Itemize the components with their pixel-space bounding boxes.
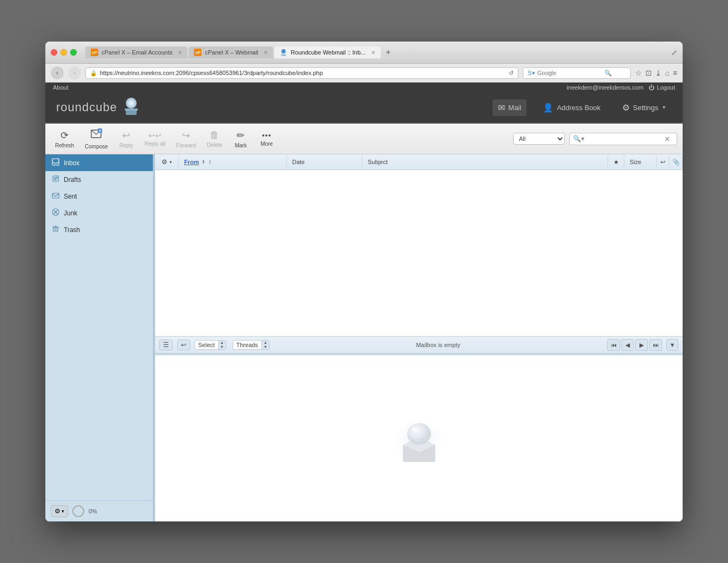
- nav-mail[interactable]: ✉ Mail: [493, 99, 527, 116]
- list-view-button[interactable]: ☰: [159, 340, 173, 350]
- last-page-button[interactable]: ⏭: [649, 339, 662, 351]
- refresh-button[interactable]: ⟳ Refresh: [51, 127, 78, 151]
- nav-mail-label: Mail: [508, 104, 521, 112]
- svg-line-8: [91, 130, 96, 134]
- browser-tab-1[interactable]: cP cPanel X – Email Accounts ✕: [85, 46, 187, 58]
- sidebar-gear-button[interactable]: ⚙ ▾: [51, 505, 68, 517]
- reply-all-icon: ↩↩: [149, 131, 161, 140]
- sidebar-item-trash[interactable]: Trash: [45, 221, 153, 238]
- reader-icon[interactable]: ⊡: [645, 69, 652, 77]
- column-star[interactable]: ★: [608, 155, 624, 169]
- user-email: ineekdem@ineekdemos.com: [567, 84, 643, 91]
- mark-icon: ✏: [237, 130, 245, 141]
- bookmark-icon[interactable]: ☆: [635, 69, 642, 77]
- tab-close-3[interactable]: ✕: [371, 50, 375, 56]
- expand-icon: ▼: [670, 342, 676, 348]
- forward-button[interactable]: ›: [68, 66, 81, 79]
- thread-view-button[interactable]: ↩: [177, 340, 190, 350]
- list-header: ⚙ ▾ From ⬆ ⇕ Date Subject ★ Si: [155, 154, 683, 170]
- mark-button[interactable]: ✏ Mark: [229, 127, 253, 151]
- email-list: [155, 170, 683, 336]
- prev-page-button[interactable]: ◀: [621, 339, 634, 351]
- nav-settings[interactable]: ⚙ Settings ▼: [617, 99, 672, 116]
- home-icon[interactable]: ⌂: [665, 69, 669, 77]
- svg-point-4: [129, 101, 133, 105]
- threads-arrows[interactable]: ▲ ▼: [262, 341, 269, 349]
- browser-search-box[interactable]: S▾ 🔍: [523, 67, 631, 79]
- new-tab-button[interactable]: +: [382, 46, 395, 59]
- column-attach[interactable]: 📎: [670, 155, 683, 169]
- column-flag[interactable]: ↩: [657, 155, 670, 169]
- menu-icon[interactable]: ≡: [673, 69, 677, 77]
- column-dropdown-icon: ▾: [170, 160, 172, 165]
- settings-arrow-icon: ▼: [662, 105, 666, 110]
- next-page-button[interactable]: ▶: [635, 339, 648, 351]
- email-search-input[interactable]: [587, 135, 662, 142]
- delete-button[interactable]: 🗑 Delete: [203, 127, 227, 150]
- url-input[interactable]: 🔒 https://neutrino.ineekns.com:2096/cpse…: [85, 67, 518, 79]
- search-toolbar[interactable]: 🔍▾ ✕: [569, 133, 677, 145]
- select-dropdown[interactable]: Select ▲ ▼: [194, 340, 226, 350]
- drafts-label: Drafts: [64, 176, 81, 184]
- sidebar-item-junk[interactable]: Junk: [45, 205, 153, 221]
- sidebar-item-sent[interactable]: Sent: [45, 188, 153, 205]
- filter-select[interactable]: AllUnreadFlaggedUnanswered: [513, 133, 565, 145]
- column-from[interactable]: From ⬆ ⇕: [179, 155, 287, 169]
- tab-close-1[interactable]: ✕: [178, 50, 182, 56]
- compose-button[interactable]: Compose: [80, 126, 112, 152]
- sent-icon: [52, 192, 59, 201]
- column-subject[interactable]: Subject: [362, 155, 608, 169]
- browser-search-input[interactable]: [537, 70, 602, 76]
- more-button[interactable]: ••• More: [255, 129, 279, 149]
- reply-all-button[interactable]: ↩↩ Reply all: [140, 129, 170, 149]
- sidebar: Inbox Drafts: [45, 154, 153, 521]
- forward-button[interactable]: ↪ Forward: [172, 127, 200, 151]
- svg-point-0: [281, 49, 286, 53]
- tab-close-2[interactable]: ✕: [264, 50, 268, 56]
- restore-icon[interactable]: ⤢: [671, 49, 677, 57]
- next-page-icon: ▶: [639, 342, 644, 349]
- preview-pane: [155, 355, 683, 521]
- forward-icon: ↪: [182, 130, 190, 141]
- threads-label: Threads: [233, 341, 262, 349]
- url-icons: ☆ ⊡ ⤓ ⌂ ≡: [635, 69, 677, 77]
- expand-button[interactable]: ▼: [666, 339, 678, 351]
- pagination: ⏮ ◀ ▶ ⏭: [607, 339, 662, 351]
- nav-address-book-label: Address Book: [557, 104, 601, 112]
- column-size[interactable]: Size: [624, 155, 657, 169]
- from-sort-arrows: ⇕: [208, 159, 212, 165]
- delete-icon: 🗑: [210, 130, 219, 141]
- column-settings[interactable]: ⚙ ▾: [155, 154, 179, 169]
- back-button[interactable]: ‹: [51, 66, 64, 79]
- sidebar-item-drafts[interactable]: Drafts: [45, 171, 153, 188]
- reply-button[interactable]: ↩ Reply: [114, 127, 138, 151]
- logo: roundcube: [56, 98, 141, 117]
- title-bar: cP cPanel X – Email Accounts ✕ cP cPanel…: [45, 42, 683, 64]
- browser-tab-2[interactable]: cP cPanel X – Webmail ✕: [188, 46, 273, 58]
- mail-icon: ✉: [498, 103, 505, 113]
- search-clear-icon[interactable]: ✕: [664, 135, 670, 143]
- reply-icon: ↩: [122, 130, 130, 141]
- preview-logo: [387, 406, 451, 471]
- close-button[interactable]: [51, 49, 57, 56]
- reload-icon[interactable]: ↺: [509, 70, 514, 77]
- first-page-button[interactable]: ⏮: [607, 339, 620, 351]
- junk-icon: [52, 208, 59, 218]
- minimize-button[interactable]: [60, 49, 67, 56]
- toolbar-right: AllUnreadFlaggedUnanswered 🔍▾ ✕: [513, 133, 677, 145]
- column-date[interactable]: Date: [287, 155, 362, 169]
- select-arrows[interactable]: ▲ ▼: [219, 341, 226, 349]
- threads-dropdown[interactable]: Threads ▲ ▼: [233, 340, 269, 350]
- star-icon: ★: [614, 159, 619, 166]
- inbox-icon: [52, 158, 59, 167]
- download-icon[interactable]: ⤓: [655, 69, 662, 77]
- nav-address-book[interactable]: 👤 Address Book: [537, 99, 606, 116]
- browser-tab-3[interactable]: Roundcube Webmail :: Inb... ✕: [274, 46, 381, 58]
- svg-rect-25: [53, 227, 58, 232]
- preview-body: [155, 355, 683, 521]
- search-submit-icon[interactable]: 🔍: [604, 70, 612, 77]
- maximize-button[interactable]: [70, 49, 77, 56]
- tabs-bar: cP cPanel X – Email Accounts ✕ cP cPanel…: [85, 46, 667, 59]
- logout-button[interactable]: ⏻ Logout: [649, 84, 675, 91]
- sidebar-item-inbox[interactable]: Inbox: [45, 154, 153, 171]
